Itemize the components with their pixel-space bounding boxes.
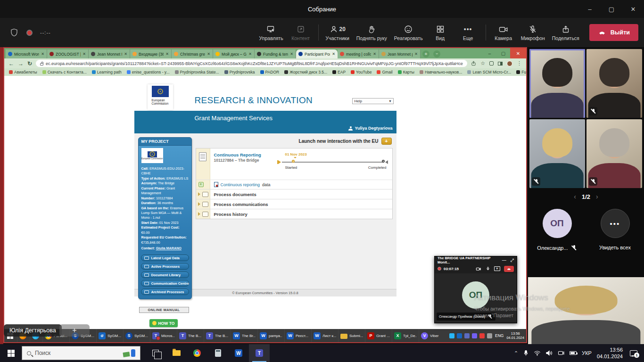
project-nav-button[interactable]: Latest Legal Data	[141, 255, 189, 261]
microphone-button[interactable]: Микрофон	[521, 24, 545, 41]
close-button[interactable]: ✕	[622, 0, 644, 18]
teams-button[interactable]: T	[249, 344, 270, 362]
see-all-icon[interactable]: •••	[601, 209, 630, 238]
extensions-icon[interactable]	[489, 61, 494, 66]
tab-close-icon[interactable]: ✕	[373, 52, 376, 56]
bookmark-item[interactable]: EAP	[332, 70, 346, 74]
participant-avatar[interactable]: ОП	[543, 209, 572, 238]
taskbar-app[interactable]: Лист к...	[311, 329, 338, 342]
expand-arrow-icon[interactable]	[198, 212, 202, 216]
reporting-data-link[interactable]: Continuous reporting	[221, 182, 260, 187]
participants-button[interactable]: 20 Участники	[326, 24, 349, 41]
project-nav-button[interactable]: Active Processes	[141, 263, 189, 270]
taskbar-app[interactable]: The B...	[204, 329, 231, 342]
bookmark-star-icon[interactable]: ☆	[480, 60, 485, 66]
taskbar-app[interactable]: The B...	[177, 329, 204, 342]
tab-close-icon[interactable]: ✕	[248, 52, 252, 56]
tab-close-icon[interactable]: ✕	[207, 52, 210, 56]
camera-icon[interactable]	[475, 266, 482, 272]
address-bar[interactable]: ec.europa.eu/research/participants/grant…	[36, 60, 467, 67]
project-nav-button[interactable]: Document Library	[141, 272, 189, 278]
profile-avatar[interactable]	[507, 61, 512, 66]
logged-in-user[interactable]: Yuliya Degtyariova	[348, 126, 392, 131]
taskbar-app[interactable]: pamya...	[257, 329, 284, 342]
taskbar-search[interactable]: Поиск	[22, 346, 140, 360]
shared-clock[interactable]: 13:56 04.01.2024	[506, 331, 524, 340]
camera-tray-icon[interactable]	[558, 350, 564, 356]
side-panel-icon[interactable]	[498, 62, 503, 66]
taskbar-app[interactable]: Micros...	[150, 329, 177, 342]
taskbar-app[interactable]: The Br...	[231, 329, 257, 342]
browser-tab[interactable]: Christmas greeting ✕	[172, 49, 213, 58]
contact-link[interactable]: Giulia MARANO	[156, 246, 182, 250]
more-button[interactable]: ••• Еще	[458, 24, 479, 41]
how-to-button[interactable]: HOW TO	[149, 319, 178, 327]
tray-app-icon[interactable]	[487, 333, 492, 338]
tray-app-icon[interactable]	[449, 333, 454, 338]
notification-center-button[interactable]: 1	[628, 350, 639, 356]
tray-app-icon[interactable]	[479, 333, 485, 338]
next-page-icon[interactable]: ›	[596, 193, 598, 200]
video-tile[interactable]	[586, 119, 642, 188]
project-nav-button[interactable]: Archived Processes	[141, 288, 189, 295]
raise-hand-button[interactable]: Поднять руку	[356, 24, 387, 41]
expand-arrow-icon[interactable]	[198, 202, 202, 206]
video-tile[interactable]	[529, 49, 585, 118]
taskbar-app[interactable]: Tpl_De...	[392, 329, 419, 342]
share-button[interactable]: Поделиться	[552, 24, 579, 41]
minimize-button[interactable]: –	[579, 0, 601, 18]
tray-expand-icon[interactable]: ⌃	[514, 350, 518, 356]
bookmark-item[interactable]: Lean SCM Micro-Cr...	[467, 70, 511, 74]
camera-button[interactable]: Камера	[493, 24, 514, 41]
bookmark-item[interactable]: Learning path	[92, 70, 122, 74]
bookmark-item[interactable]: PADOR	[260, 70, 280, 74]
taskbar-app[interactable]: Реєст...	[284, 329, 311, 342]
bookmark-item[interactable]: Funding & tenders	[516, 70, 526, 74]
bookmark-item[interactable]: YouTube	[351, 70, 372, 74]
taskbar-app[interactable]: SyGM...	[96, 329, 123, 342]
project-nav-button[interactable]: Communication Centre	[141, 280, 189, 287]
browser-menu-icon[interactable]: ⋮	[517, 60, 522, 66]
battery-icon[interactable]	[570, 351, 577, 355]
tab-close-icon[interactable]: ✕	[290, 52, 293, 56]
bookmark-item[interactable]: Карты	[398, 70, 414, 74]
word-button[interactable]: W	[228, 344, 249, 362]
reporting-data-row[interactable]: + Continuous reporting data	[196, 180, 392, 189]
process-section-row[interactable]: Process communications	[196, 199, 392, 209]
browser-minimize-button[interactable]: –	[483, 48, 496, 58]
online-manual-button[interactable]: ONLINE MANUAL	[139, 307, 189, 313]
bookmark-item[interactable]: Навчально-науков...	[420, 70, 462, 74]
tab-close-icon[interactable]: ✕	[414, 52, 418, 56]
taskbar-app[interactable]: Grant ...	[365, 329, 392, 342]
taskbar-app[interactable]: Submi...	[338, 329, 365, 342]
video-tile[interactable]	[586, 49, 642, 118]
tray-app-icon[interactable]	[472, 333, 477, 338]
forward-icon[interactable]: →	[18, 60, 24, 67]
tab-close-icon[interactable]: ✕	[83, 52, 86, 56]
start-button[interactable]	[0, 344, 22, 362]
tab-close-icon[interactable]: ✕	[124, 52, 127, 56]
bookmark-item[interactable]: Prydniprovska State...	[175, 70, 219, 74]
browser-tab[interactable]: Jean Monnet Netw ✕	[89, 49, 130, 58]
language-indicator[interactable]: УКР	[582, 350, 592, 356]
tab-search-chevron-icon[interactable]: ᵕ	[433, 50, 440, 58]
bookmark-item[interactable]: Prydniprovska	[224, 70, 255, 74]
bookmark-item[interactable]: Скачать с Контакта...	[42, 70, 87, 74]
taskbar-app[interactable]: Viber	[419, 329, 446, 342]
taskbar-clock[interactable]: 13:56 04.01.2024	[597, 346, 623, 360]
task-view-button[interactable]	[145, 344, 166, 362]
continuous-reporting-link[interactable]: Continuous Reporting	[214, 152, 261, 157]
share-page-icon[interactable]	[471, 61, 476, 66]
expand-arrow-icon[interactable]	[198, 192, 202, 196]
browser-tab[interactable]: Participant Portal G ✕	[296, 49, 338, 58]
zoom-plus-control[interactable]: +	[59, 324, 90, 337]
browser-tab[interactable]: Мой диск – Goog ✕	[213, 49, 255, 58]
react-button[interactable]: Реагировать	[394, 24, 423, 41]
tab-close-icon[interactable]: ✕	[41, 52, 44, 56]
bookmark-item[interactable]: enise_questions - y...	[127, 70, 170, 74]
volume-icon[interactable]	[546, 350, 553, 356]
bookmark-item[interactable]: Авиабилеты	[9, 70, 37, 74]
browser-tab[interactable]: Microsoft Word - D ✕	[6, 49, 47, 58]
stop-share-icon[interactable]: ✕	[494, 266, 500, 271]
leave-button[interactable]: Выйти	[589, 24, 638, 41]
